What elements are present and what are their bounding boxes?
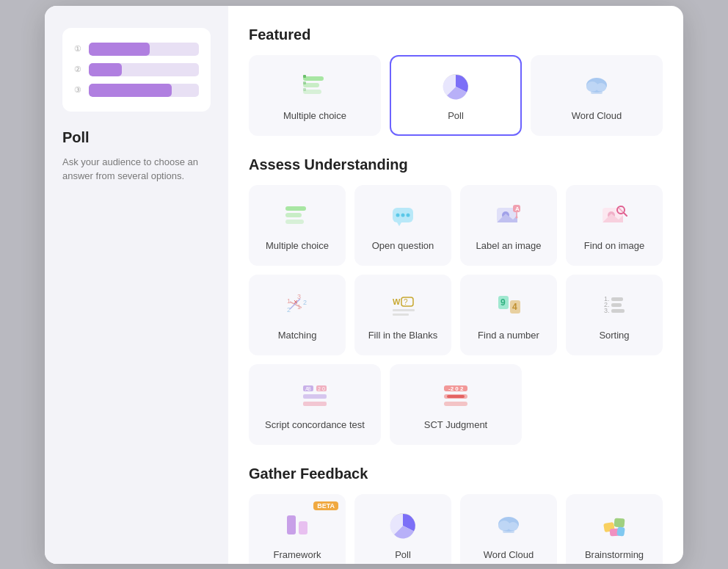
card-label-find-image: Find on image xyxy=(584,240,644,253)
svg-rect-67 xyxy=(447,395,465,398)
svg-rect-62 xyxy=(303,394,327,399)
card-label-open-question: Open question xyxy=(372,240,434,253)
mc-assess-icon xyxy=(281,200,313,233)
feedback-grid: BETA Framework xyxy=(249,494,663,564)
svg-rect-77 xyxy=(614,518,625,527)
svg-rect-75 xyxy=(503,530,514,533)
svg-rect-63 xyxy=(303,402,327,406)
beta-badge: BETA xyxy=(313,501,338,510)
open-question-icon xyxy=(387,200,419,233)
card-script-concordance[interactable]: A B 2 0 2 Script concordance test xyxy=(249,364,381,445)
svg-text:A: A xyxy=(515,206,520,212)
assess-row2-grid: 1 3 2 2 1 × Matching xyxy=(249,275,663,355)
left-panel: ① ② ③ Poll xyxy=(45,6,228,564)
svg-point-74 xyxy=(508,522,518,531)
featured-grid: Multiple choice Poll xyxy=(249,55,663,136)
card-label-word-cloud-feedback: Word Cloud xyxy=(484,549,534,562)
svg-rect-12 xyxy=(285,213,302,217)
svg-rect-4 xyxy=(303,81,306,84)
card-label-matching: Matching xyxy=(278,330,317,342)
assess-row1-grid: Multiple choice Open question xyxy=(249,185,663,266)
card-open-question[interactable]: Open question xyxy=(354,185,451,266)
modal: ① ② ③ Poll xyxy=(45,6,683,564)
svg-text:2: 2 xyxy=(318,386,321,391)
preview-row-1: ① xyxy=(74,43,199,56)
assess-section-title: Assess Understanding xyxy=(249,156,663,173)
card-sorting[interactable]: 1. — 2. — 3. — Sorting xyxy=(566,275,663,355)
card-multiple-choice-assess[interactable]: Multiple choice xyxy=(249,185,346,266)
card-find-image[interactable]: Find on image xyxy=(566,185,663,266)
svg-text:9: 9 xyxy=(500,297,506,308)
brainstorming-icon xyxy=(598,510,630,542)
svg-rect-54 xyxy=(611,309,625,313)
card-fill-blanks[interactable]: W ? Fill in the Blanks xyxy=(354,275,451,355)
card-label-sct-judgment: SCT Judgment xyxy=(424,419,487,432)
svg-text:?: ? xyxy=(404,298,408,306)
left-description: Ask your audience to choose an answer fr… xyxy=(62,155,211,184)
svg-text:B: B xyxy=(307,386,311,391)
card-label-script-concordance: Script concordance test xyxy=(265,419,365,432)
svg-text:2: 2 xyxy=(287,306,291,314)
svg-rect-68 xyxy=(444,402,467,406)
svg-rect-0 xyxy=(303,76,324,81)
left-title: Poll xyxy=(62,129,211,146)
label-image-icon: A xyxy=(492,200,525,233)
card-label-image[interactable]: A Label an image xyxy=(460,185,557,266)
assess-row3-grid: A B 2 0 2 Script concordance test xyxy=(249,364,663,445)
svg-line-30 xyxy=(624,213,627,216)
card-label-brainstorming: Brainstorming xyxy=(585,549,644,562)
svg-rect-44 xyxy=(393,314,409,316)
svg-rect-53 xyxy=(611,303,622,307)
find-number-icon: 9 4 xyxy=(492,290,525,322)
svg-rect-10 xyxy=(591,91,603,94)
card-label-poll-feedback: Poll xyxy=(395,549,411,562)
find-image-icon xyxy=(598,200,630,233)
card-label-word-cloud-featured: Word Cloud xyxy=(572,110,622,123)
script-concordance-icon: A B 2 0 2 xyxy=(299,380,331,412)
svg-rect-70 xyxy=(299,521,307,534)
svg-rect-52 xyxy=(611,297,623,301)
card-label-multiple-choice-featured: Multiple choice xyxy=(283,110,346,123)
svg-text:1: 1 xyxy=(287,297,291,305)
svg-text:-2  0  2: -2 0 2 xyxy=(448,385,464,392)
card-label-fill-blanks: Fill in the Blanks xyxy=(368,330,438,342)
card-poll-featured[interactable]: Poll xyxy=(390,55,522,136)
framework-icon xyxy=(281,510,313,542)
card-label-sorting: Sorting xyxy=(599,330,629,342)
preview-row-3: ③ xyxy=(74,84,199,97)
svg-text:2: 2 xyxy=(327,386,330,391)
svg-rect-43 xyxy=(393,309,415,311)
svg-point-9 xyxy=(596,83,606,92)
svg-rect-3 xyxy=(303,75,306,78)
matching-icon: 1 3 2 2 1 × xyxy=(281,290,313,322)
card-poll-feedback[interactable]: Poll xyxy=(354,494,451,564)
card-label-framework: Framework xyxy=(273,549,321,562)
modal-overlay: ① ② ③ Poll xyxy=(0,0,728,569)
card-word-cloud-featured[interactable]: Word Cloud xyxy=(531,55,663,136)
card-matching[interactable]: 1 3 2 2 1 × Matching xyxy=(249,275,346,355)
poll-icon xyxy=(440,70,472,103)
card-label-poll-featured: Poll xyxy=(448,110,464,123)
card-label-mc-assess: Multiple choice xyxy=(266,240,329,253)
svg-rect-69 xyxy=(287,515,296,534)
card-find-number[interactable]: 9 4 Find a number xyxy=(460,275,557,355)
svg-text:2: 2 xyxy=(303,299,307,306)
card-multiple-choice-featured[interactable]: Multiple choice xyxy=(249,55,381,136)
svg-point-15 xyxy=(396,214,400,217)
svg-text:4: 4 xyxy=(512,302,517,312)
card-framework[interactable]: BETA Framework xyxy=(249,494,346,564)
card-word-cloud-feedback[interactable]: Word Cloud xyxy=(460,494,557,564)
preview-row-2: ② xyxy=(74,63,199,76)
svg-text:W: W xyxy=(393,297,401,306)
card-sct-judgment[interactable]: -2 0 2 SCT Judgment xyxy=(390,364,522,445)
card-brainstorming[interactable]: Brainstorming xyxy=(566,494,663,564)
right-panel[interactable]: Featured Multiple choice xyxy=(228,6,683,564)
feedback-section-title: Gather Feedback xyxy=(249,465,663,482)
preview-illustration: ① ② ③ xyxy=(62,28,211,112)
svg-rect-11 xyxy=(285,206,306,211)
svg-point-25 xyxy=(516,217,518,219)
card-label-label-image: Label an image xyxy=(476,240,542,253)
svg-text:0: 0 xyxy=(322,386,325,391)
svg-rect-13 xyxy=(285,220,304,224)
sct-judgment-icon: -2 0 2 xyxy=(440,380,472,412)
